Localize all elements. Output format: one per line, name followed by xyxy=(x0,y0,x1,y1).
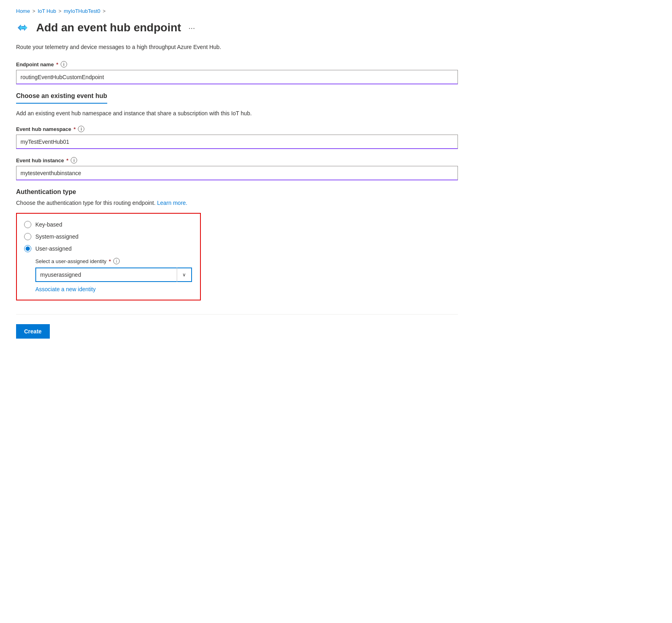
namespace-group: Event hub namespace * i xyxy=(16,126,458,149)
radio-key-based[interactable]: Key-based xyxy=(24,221,193,228)
page-menu-icon[interactable]: ··· xyxy=(188,23,195,33)
auth-section-title: Authentication type xyxy=(16,188,458,196)
namespace-required: * xyxy=(74,126,76,132)
breadcrumb-hub-name[interactable]: myIoTHubTest0 xyxy=(64,8,100,14)
instance-required: * xyxy=(66,157,68,163)
radio-group: Key-based System-assigned User-assigned xyxy=(24,221,193,252)
endpoint-name-info-icon[interactable]: i xyxy=(61,61,67,67)
breadcrumb-iot-hub[interactable]: IoT Hub xyxy=(38,8,56,14)
radio-user-assigned[interactable]: User-assigned xyxy=(24,245,193,252)
endpoint-name-required: * xyxy=(56,61,58,67)
radio-user-assigned-input[interactable] xyxy=(24,245,31,252)
radio-system-assigned-label: System-assigned xyxy=(35,233,78,240)
auth-options-box: Key-based System-assigned User-assigned … xyxy=(16,213,201,300)
radio-user-assigned-label: User-assigned xyxy=(35,245,71,252)
divider xyxy=(16,314,458,315)
form-container: Endpoint name * i Choose an existing eve… xyxy=(16,61,458,339)
endpoint-name-label: Endpoint name * i xyxy=(16,61,458,67)
breadcrumb-separator-3: > xyxy=(103,8,106,14)
choose-event-hub-heading: Choose an existing event hub xyxy=(16,92,107,104)
identity-info-icon[interactable]: i xyxy=(113,258,120,264)
namespace-info-icon[interactable]: i xyxy=(78,126,84,132)
page-header: Add an event hub endpoint ··· xyxy=(16,20,656,35)
breadcrumb-home[interactable]: Home xyxy=(16,8,30,14)
identity-dropdown-arrow-icon[interactable]: ∨ xyxy=(177,268,191,282)
endpoint-name-group: Endpoint name * i xyxy=(16,61,458,84)
breadcrumb: Home > IoT Hub > myIoTHubTest0 > xyxy=(16,8,656,14)
radio-key-based-label: Key-based xyxy=(35,221,62,228)
page-description: Route your telemetry and device messages… xyxy=(16,43,656,51)
identity-dropdown[interactable]: myuserassigned ∨ xyxy=(35,268,192,282)
radio-key-based-input[interactable] xyxy=(24,221,31,228)
auth-description: Choose the authentication type for this … xyxy=(16,199,458,207)
learn-more-link[interactable]: Learn more. xyxy=(157,200,187,206)
instance-input[interactable] xyxy=(16,166,458,180)
identity-required: * xyxy=(109,258,111,264)
radio-system-assigned-input[interactable] xyxy=(24,233,31,240)
create-button[interactable]: Create xyxy=(16,324,50,339)
identity-sub-label: Select a user-assigned identity * i xyxy=(35,258,193,264)
authentication-section: Authentication type Choose the authentic… xyxy=(16,188,458,310)
breadcrumb-separator-1: > xyxy=(33,8,35,14)
instance-label: Event hub instance * i xyxy=(16,157,458,163)
associate-new-identity-link[interactable]: Associate a new identity xyxy=(35,286,96,292)
choose-event-hub-section: Choose an existing event hub Add an exis… xyxy=(16,92,458,180)
namespace-label: Event hub namespace * i xyxy=(16,126,458,132)
namespace-input[interactable] xyxy=(16,135,458,149)
choose-event-hub-description: Add an existing event hub namespace and … xyxy=(16,109,458,118)
endpoint-name-input[interactable] xyxy=(16,70,458,84)
event-hub-icon xyxy=(16,20,31,35)
instance-info-icon[interactable]: i xyxy=(71,157,77,163)
radio-system-assigned[interactable]: System-assigned xyxy=(24,233,193,240)
page-title: Add an event hub endpoint xyxy=(36,21,181,35)
identity-dropdown-value: myuserassigned xyxy=(36,269,177,280)
instance-group: Event hub instance * i xyxy=(16,157,458,180)
breadcrumb-separator-2: > xyxy=(59,8,61,14)
user-assigned-section: Select a user-assigned identity * i myus… xyxy=(35,258,193,292)
